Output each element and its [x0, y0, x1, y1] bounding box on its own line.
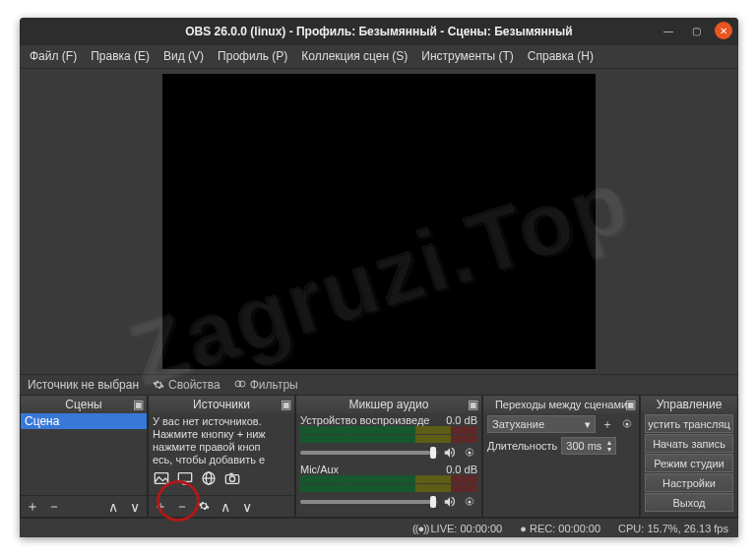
menubar: Файл (F) Правка (E) Вид (V) Профиль (P) … — [20, 45, 738, 69]
svg-rect-10 — [229, 473, 232, 475]
channel-settings-button[interactable] — [462, 445, 477, 461]
volume-slider[interactable] — [300, 500, 438, 504]
preview-area — [20, 69, 738, 374]
mixer-dock: Микшер аудио▣ Устройство воспроизведе0.0… — [295, 395, 482, 518]
titlebar: OBS 26.0.0 (linux) - Профиль: Безымянный… — [20, 18, 738, 45]
scene-add-button[interactable]: ＋ — [25, 498, 40, 516]
popout-icon[interactable]: ▣ — [131, 398, 145, 411]
popout-icon[interactable]: ▣ — [623, 398, 637, 411]
image-icon — [153, 470, 170, 486]
gear-icon — [198, 500, 210, 512]
mixer-channel-desktop: Устройство воспроизведе0.0 dB — [296, 413, 481, 463]
start-recording-button[interactable]: Начать запись — [645, 434, 733, 453]
channel-settings-button[interactable] — [462, 494, 477, 510]
settings-button[interactable]: Настройки — [645, 473, 733, 492]
level-meter — [300, 475, 477, 483]
transitions-body: Затухание▾ ＋ Длительность 300 ms▴▾ — [483, 413, 639, 517]
display-icon — [176, 470, 194, 486]
scene-remove-button[interactable]: － — [46, 498, 62, 516]
scenes-title: Сцены▣ — [21, 396, 147, 413]
sources-hint: У вас нет источников. Нажмите кнопку + н… — [149, 413, 294, 468]
duration-spinbox[interactable]: 300 ms▴▾ — [561, 437, 616, 455]
statusbar: LIVE: 00:00:00 REC: 00:00:00 CPU: 15.7%,… — [20, 518, 738, 537]
globe-icon — [200, 470, 218, 486]
sources-list[interactable]: У вас нет источников. Нажмите кнопку + н… — [149, 413, 294, 495]
scenes-toolbar: ＋ － ∧ ∨ — [21, 495, 147, 517]
menu-scene-collection[interactable]: Коллекция сцен (S) — [295, 47, 413, 65]
transition-combo[interactable]: Затухание▾ — [487, 415, 596, 433]
filters-button[interactable]: Фильтры — [234, 378, 298, 392]
status-live: LIVE: 00:00:00 — [412, 523, 502, 534]
channel-name: Устройство воспроизведе — [300, 414, 429, 426]
window-buttons: — ▢ ✕ — [660, 22, 732, 39]
status-cpu: CPU: 15.7%, 26.13 fps — [618, 523, 728, 534]
exit-button[interactable]: Выход — [645, 493, 733, 512]
source-toolbar: Источник не выбран Свойства Фильтры — [20, 374, 738, 396]
studio-mode-button[interactable]: Режим студии — [645, 454, 733, 472]
sources-title: Источники▣ — [149, 396, 294, 413]
menu-file[interactable]: Файл (F) — [24, 47, 83, 65]
channel-db: 0.0 dB — [446, 414, 477, 426]
controls-title: Управление — [641, 396, 737, 413]
properties-button[interactable]: Свойства — [153, 378, 220, 392]
mute-button[interactable] — [442, 446, 458, 460]
mixer-title: Микшер аудио▣ — [296, 396, 481, 413]
svg-point-12 — [469, 501, 472, 504]
transitions-dock: Переходы между сценами▣ Затухание▾ ＋ Дли… — [482, 395, 640, 518]
sources-dock: Источники▣ У вас нет источников. Нажмите… — [148, 395, 295, 518]
svg-point-1 — [239, 381, 245, 387]
controls-dock: Управление устить трансляц Начать запись… — [640, 395, 738, 518]
source-type-icons — [149, 468, 294, 488]
channel-db: 0.0 dB — [446, 464, 477, 475]
menu-profile[interactable]: Профиль (P) — [212, 47, 293, 65]
popout-icon[interactable]: ▣ — [466, 398, 479, 411]
menu-view[interactable]: Вид (V) — [158, 47, 210, 65]
duration-label: Длительность — [487, 440, 557, 452]
spin-arrows-icon: ▴▾ — [607, 439, 611, 453]
scene-up-button[interactable]: ∧ — [105, 499, 121, 515]
source-properties-button[interactable] — [196, 499, 212, 515]
scene-item[interactable]: Сцена — [21, 413, 147, 429]
source-up-button[interactable]: ∧ — [218, 499, 233, 515]
transition-settings-button[interactable] — [619, 416, 635, 432]
docks-row: Сцены▣ Сцена ＋ － ∧ ∨ Источники▣ У вас не… — [20, 395, 738, 518]
sources-toolbar: ＋ － ∧ ∨ — [149, 495, 294, 517]
source-down-button[interactable]: ∨ — [239, 499, 255, 515]
mute-button[interactable] — [442, 495, 458, 509]
controls-body: устить трансляц Начать запись Режим студ… — [641, 413, 737, 517]
transition-add-button[interactable]: ＋ — [599, 416, 615, 432]
popout-icon[interactable]: ▣ — [279, 398, 292, 411]
svg-rect-3 — [178, 473, 191, 482]
scene-down-button[interactable]: ∨ — [127, 499, 143, 515]
channel-name: Mic/Aux — [300, 464, 339, 475]
menu-edit[interactable]: Правка (E) — [85, 47, 156, 65]
window-title: OBS 26.0.0 (linux) - Профиль: Безымянный… — [185, 25, 572, 38]
start-streaming-button[interactable]: устить трансляц — [645, 414, 733, 433]
app-window: OBS 26.0.0 (linux) - Профиль: Безымянный… — [20, 18, 738, 537]
menu-tools[interactable]: Инструменты (T) — [415, 47, 519, 65]
status-rec: REC: 00:00:00 — [520, 523, 600, 534]
camera-icon — [223, 470, 241, 486]
no-source-label: Источник не выбран — [28, 378, 139, 392]
svg-point-13 — [626, 423, 629, 426]
volume-slider[interactable] — [300, 451, 438, 455]
svg-point-9 — [229, 476, 234, 481]
source-remove-button[interactable]: － — [174, 498, 190, 516]
mixer-body: Устройство воспроизведе0.0 dB Mic/Aux0.0… — [296, 413, 481, 517]
level-meter — [300, 426, 477, 434]
mixer-channel-mic: Mic/Aux0.0 dB — [296, 463, 481, 512]
scenes-dock: Сцены▣ Сцена ＋ － ∧ ∨ — [20, 395, 148, 518]
gear-icon — [153, 379, 164, 391]
close-button[interactable]: ✕ — [715, 22, 732, 39]
minimize-button[interactable]: — — [660, 22, 677, 39]
chevron-down-icon: ▾ — [585, 418, 591, 431]
source-add-button[interactable]: ＋ — [153, 498, 168, 516]
scenes-list[interactable]: Сцена — [21, 413, 147, 495]
maximize-button[interactable]: ▢ — [687, 22, 705, 39]
svg-point-11 — [469, 452, 472, 455]
level-meter — [300, 484, 477, 492]
menu-help[interactable]: Справка (H) — [522, 47, 599, 65]
level-meter — [300, 435, 477, 443]
preview-canvas[interactable] — [162, 74, 596, 369]
transitions-title: Переходы между сценами▣ — [483, 396, 639, 413]
